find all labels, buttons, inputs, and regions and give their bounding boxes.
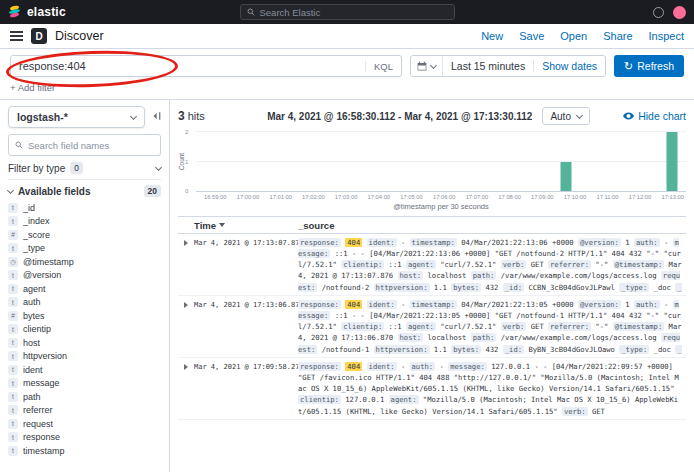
hide-chart-button[interactable]: Hide chart	[623, 110, 686, 122]
source-field-name: httpversion:	[374, 345, 430, 354]
field-type-icon: t	[8, 216, 18, 226]
interval-select[interactable]: Auto	[542, 107, 590, 125]
add-filter-button[interactable]: + Add filter	[10, 82, 55, 93]
doc-row: Mar 4, 2021 @ 17:13:07.876response: 404 …	[178, 234, 686, 296]
query-input[interactable]: response:404 KQL	[10, 55, 402, 77]
hit-count: 3 hits	[178, 109, 234, 123]
source-field-name: referrer:	[548, 260, 591, 269]
x-tick-label: 17:13:00	[661, 194, 684, 200]
chevron-down-icon	[7, 186, 14, 193]
calendar-button[interactable]	[411, 56, 443, 76]
field-name: agent	[23, 284, 46, 294]
field-name: _type	[23, 243, 45, 253]
field-name: _id	[23, 203, 35, 213]
space-avatar[interactable]: D	[31, 28, 47, 44]
global-search-placeholder: Search Elastic	[260, 7, 321, 18]
gridline	[196, 131, 686, 132]
action-save[interactable]: Save	[519, 30, 544, 42]
sort-desc-icon	[219, 223, 225, 227]
field-item-timestamp[interactable]: ◷@timestamp	[8, 255, 161, 269]
x-tick-label: 17:12:00	[629, 194, 652, 200]
field-type-icon: t	[8, 419, 18, 429]
y-tick-label: 2	[185, 129, 188, 135]
app-actions: NewSaveOpenShareInspect	[481, 30, 684, 42]
page-title: Discover	[55, 29, 104, 43]
source-field-value: -	[664, 238, 668, 247]
source-field-name: response:	[298, 238, 341, 247]
source-field-name: ident:	[367, 238, 397, 247]
field-item-index[interactable]: t_index	[8, 215, 161, 229]
source-field-name: @timestamp:	[613, 260, 665, 269]
field-item-score[interactable]: #_score	[8, 228, 161, 242]
help-icon[interactable]	[653, 7, 664, 18]
source-field-name: host:	[398, 271, 424, 280]
user-avatar[interactable]	[673, 6, 686, 19]
field-item-clientip[interactable]: tclientip	[8, 323, 161, 337]
field-item-path[interactable]: tpath	[8, 390, 161, 404]
expand-row-icon[interactable]	[178, 361, 194, 417]
field-name: @version	[23, 270, 61, 280]
field-type-icon: t	[8, 432, 18, 442]
source-field-name: verb:	[562, 407, 588, 416]
filter-by-type[interactable]: Filter by type 0	[8, 162, 161, 180]
histogram-bar[interactable]	[667, 132, 678, 191]
field-search-input[interactable]: Search field names	[8, 134, 161, 156]
menu-icon[interactable]	[10, 31, 23, 41]
field-item-auth[interactable]: tauth	[8, 296, 161, 310]
field-item-type[interactable]: t_type	[8, 242, 161, 256]
source-field-value: GET	[592, 407, 605, 416]
field-item-message[interactable]: tmessage	[8, 377, 161, 391]
query-language-button[interactable]: KQL	[365, 61, 393, 72]
field-item-ident[interactable]: tident	[8, 363, 161, 377]
field-item-timestamp[interactable]: ttimestamp	[8, 444, 161, 458]
field-type-icon: t	[8, 203, 18, 213]
query-bar: response:404 KQL Last 15 minutes Show da…	[0, 49, 694, 80]
action-inspect[interactable]: Inspect	[649, 30, 684, 42]
x-tick-label: 17:01:00	[269, 194, 292, 200]
global-search-input[interactable]: Search Elastic	[240, 4, 455, 20]
field-item-referrer[interactable]: treferrer	[8, 404, 161, 418]
action-share[interactable]: Share	[603, 30, 632, 42]
field-type-icon: t	[8, 378, 18, 388]
source-field-name: path:	[471, 271, 497, 280]
x-tick-label: 17:11:00	[596, 194, 618, 200]
x-tick-label: 17:09:00	[531, 194, 554, 200]
field-item-bytes[interactable]: #bytes	[8, 309, 161, 323]
chevron-down-icon	[155, 163, 162, 170]
field-item-response[interactable]: tresponse	[8, 431, 161, 445]
time-column-header[interactable]: Time	[194, 220, 298, 231]
calendar-icon	[417, 61, 427, 71]
y-tick-label: 1	[185, 159, 188, 165]
field-type-icon: ◷	[8, 257, 18, 267]
expand-row-icon[interactable]	[178, 299, 194, 355]
field-item-id[interactable]: t_id	[8, 201, 161, 215]
header-actions	[496, 6, 686, 19]
field-item-agent[interactable]: tagent	[8, 282, 161, 296]
field-type-icon: t	[8, 284, 18, 294]
source-field-name: auth:	[410, 362, 436, 371]
doc-time: Mar 4, 2021 @ 17:09:58.278	[194, 361, 298, 417]
source-field-name: response:	[298, 362, 341, 371]
source-field-value: /notfound-2	[322, 283, 370, 292]
index-pattern-selector[interactable]: logstash-*	[8, 106, 145, 128]
action-open[interactable]: Open	[560, 30, 587, 42]
doc-row: Mar 4, 2021 @ 17:09:58.278response: 404 …	[178, 358, 686, 420]
show-dates-button[interactable]: Show dates	[533, 60, 605, 72]
action-new[interactable]: New	[481, 30, 503, 42]
collapse-sidebar-icon[interactable]	[151, 111, 161, 123]
x-tick-label: 17:00:00	[237, 194, 260, 200]
source-field-value: 432	[485, 345, 498, 354]
field-item-version[interactable]: t@version	[8, 269, 161, 283]
time-range-label[interactable]: Last 15 minutes	[443, 60, 533, 72]
refresh-button[interactable]: ↻ Refresh	[614, 55, 684, 77]
field-search-placeholder: Search field names	[28, 140, 109, 151]
field-item-host[interactable]: thost	[8, 336, 161, 350]
field-name: referrer	[23, 405, 53, 415]
available-fields-header[interactable]: Available fields 20	[8, 185, 161, 197]
expand-row-icon[interactable]	[178, 237, 194, 293]
field-item-httpversion[interactable]: thttpversion	[8, 350, 161, 364]
field-type-icon: t	[8, 338, 18, 348]
x-tick-label: 17:03:00	[335, 194, 358, 200]
field-item-request[interactable]: trequest	[8, 417, 161, 431]
histogram-bar[interactable]	[560, 162, 571, 192]
